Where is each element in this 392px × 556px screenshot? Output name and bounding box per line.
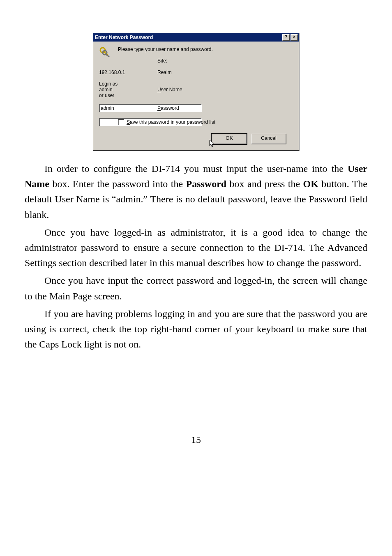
username-label: User Name (157, 87, 292, 93)
document-body: In order to configure the DI-714 you mus… (25, 161, 367, 352)
save-password-checkbox[interactable] (118, 119, 124, 125)
paragraph-4: If you are having problems logging in an… (25, 306, 367, 352)
ok-button[interactable]: OK (212, 134, 247, 144)
dialog-titlebar: Enter Network Password ? × (93, 33, 299, 42)
auth-dialog: Enter Network Password ? × (93, 33, 299, 151)
close-button[interactable]: × (291, 34, 298, 41)
realm-label: Realm (157, 70, 292, 75)
cancel-button[interactable]: Cancel (251, 134, 286, 144)
dialog-prompt: Please type your user name and password. (118, 46, 292, 52)
paragraph-1: In order to configure the DI-714 you mus… (25, 161, 367, 222)
page-number: 15 (25, 434, 367, 445)
help-button[interactable]: ? (282, 34, 290, 41)
paragraph-3: Once you have input the correct password… (25, 273, 367, 303)
paragraph-2: Once you have logged-in as administrator… (25, 225, 367, 271)
site-value: 192.168.0.1 (99, 70, 118, 75)
site-label: Site: (157, 58, 292, 64)
realm-value: Login as admin or user (99, 81, 118, 98)
dialog-title: Enter Network Password (95, 35, 281, 40)
save-password-label: Save this password in your password list (127, 119, 215, 125)
password-label: Password (157, 105, 292, 111)
keys-icon (99, 46, 118, 60)
